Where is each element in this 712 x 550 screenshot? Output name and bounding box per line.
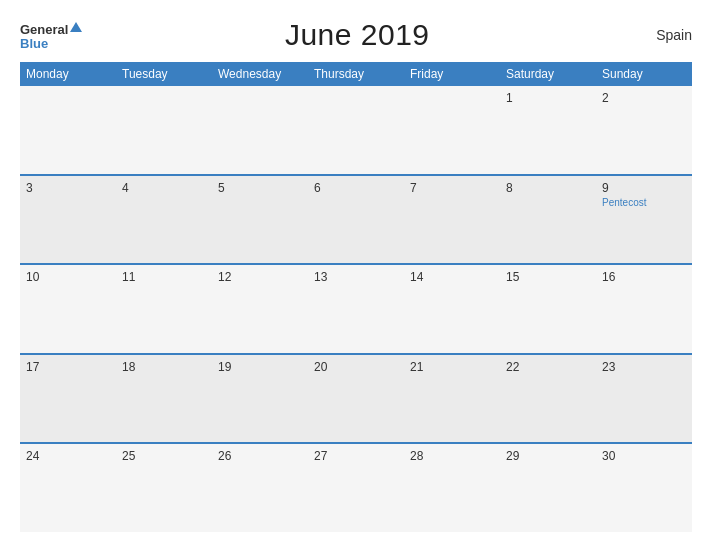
logo-blue-text: Blue: [20, 37, 82, 50]
calendar-cell: 18: [116, 355, 212, 443]
calendar-week-2: 3456789Pentecost: [20, 176, 692, 266]
calendar-cell: 27: [308, 444, 404, 532]
calendar-cell: 17: [20, 355, 116, 443]
calendar-cell: 12: [212, 265, 308, 353]
day-number: 27: [314, 449, 398, 463]
day-number: 16: [602, 270, 686, 284]
weekday-saturday: Saturday: [500, 62, 596, 86]
calendar-week-1: 12: [20, 86, 692, 176]
day-number: 22: [506, 360, 590, 374]
day-number: 9: [602, 181, 686, 195]
calendar-title: June 2019: [82, 18, 632, 52]
calendar-cell: [20, 86, 116, 174]
calendar-cell: 20: [308, 355, 404, 443]
calendar-cell: 7: [404, 176, 500, 264]
calendar-cell: 30: [596, 444, 692, 532]
weekday-thursday: Thursday: [308, 62, 404, 86]
calendar-cell: [212, 86, 308, 174]
day-number: 20: [314, 360, 398, 374]
calendar-cell: 29: [500, 444, 596, 532]
day-number: 8: [506, 181, 590, 195]
calendar-cell: 14: [404, 265, 500, 353]
calendar-cell: 16: [596, 265, 692, 353]
weekday-wednesday: Wednesday: [212, 62, 308, 86]
day-number: 3: [26, 181, 110, 195]
logo-triangle-icon: [70, 22, 82, 32]
calendar-cell: 11: [116, 265, 212, 353]
day-number: 26: [218, 449, 302, 463]
header: General Blue June 2019 Spain: [20, 18, 692, 52]
day-number: 29: [506, 449, 590, 463]
calendar-cell: 4: [116, 176, 212, 264]
calendar-header: Monday Tuesday Wednesday Thursday Friday…: [20, 62, 692, 86]
calendar-cell: 26: [212, 444, 308, 532]
calendar-cell: 15: [500, 265, 596, 353]
day-number: 4: [122, 181, 206, 195]
day-event: Pentecost: [602, 197, 686, 208]
day-number: 30: [602, 449, 686, 463]
calendar-body: 123456789Pentecost1011121314151617181920…: [20, 86, 692, 532]
weekday-friday: Friday: [404, 62, 500, 86]
calendar-cell: 8: [500, 176, 596, 264]
calendar-week-5: 24252627282930: [20, 444, 692, 532]
calendar-cell: 24: [20, 444, 116, 532]
calendar-cell: 5: [212, 176, 308, 264]
calendar-cell: 2: [596, 86, 692, 174]
day-number: 2: [602, 91, 686, 105]
day-number: 24: [26, 449, 110, 463]
weekday-tuesday: Tuesday: [116, 62, 212, 86]
day-number: 6: [314, 181, 398, 195]
day-number: 18: [122, 360, 206, 374]
calendar-cell: 10: [20, 265, 116, 353]
day-number: 1: [506, 91, 590, 105]
calendar-cell: 13: [308, 265, 404, 353]
day-number: 28: [410, 449, 494, 463]
calendar-cell: 22: [500, 355, 596, 443]
weekday-monday: Monday: [20, 62, 116, 86]
day-number: 13: [314, 270, 398, 284]
calendar-cell: [404, 86, 500, 174]
day-number: 11: [122, 270, 206, 284]
country-label: Spain: [632, 27, 692, 43]
day-number: 10: [26, 270, 110, 284]
logo-general-text: General: [20, 22, 68, 37]
day-number: 12: [218, 270, 302, 284]
logo: General Blue: [20, 21, 82, 50]
day-number: 21: [410, 360, 494, 374]
page: General Blue June 2019 Spain Monday Tues…: [0, 0, 712, 550]
calendar-cell: 28: [404, 444, 500, 532]
calendar-cell: [116, 86, 212, 174]
calendar-week-4: 17181920212223: [20, 355, 692, 445]
calendar-cell: 19: [212, 355, 308, 443]
calendar-cell: 21: [404, 355, 500, 443]
calendar-cell: 6: [308, 176, 404, 264]
calendar-cell: 1: [500, 86, 596, 174]
calendar-cell: 25: [116, 444, 212, 532]
calendar-week-3: 10111213141516: [20, 265, 692, 355]
calendar-cell: 3: [20, 176, 116, 264]
day-number: 19: [218, 360, 302, 374]
day-number: 23: [602, 360, 686, 374]
day-number: 7: [410, 181, 494, 195]
calendar-cell: 9Pentecost: [596, 176, 692, 264]
day-number: 25: [122, 449, 206, 463]
day-number: 15: [506, 270, 590, 284]
day-number: 5: [218, 181, 302, 195]
day-number: 14: [410, 270, 494, 284]
weekday-sunday: Sunday: [596, 62, 692, 86]
calendar-cell: [308, 86, 404, 174]
calendar-cell: 23: [596, 355, 692, 443]
day-number: 17: [26, 360, 110, 374]
calendar: Monday Tuesday Wednesday Thursday Friday…: [20, 62, 692, 532]
